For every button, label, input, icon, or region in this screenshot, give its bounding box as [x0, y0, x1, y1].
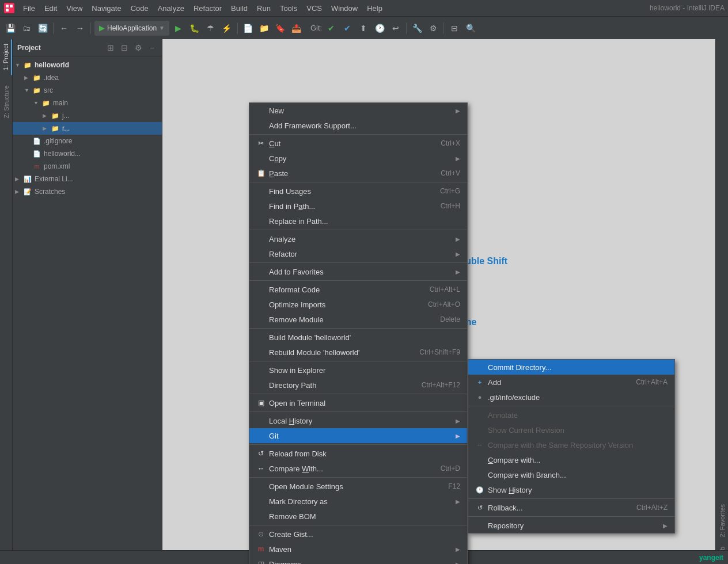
tree-label-main: main — [53, 99, 160, 107]
menu-help[interactable]: Help — [362, 3, 387, 14]
ctx-rebuild-module[interactable]: Rebuild Module 'helloworld' Ctrl+Shift+F… — [249, 345, 467, 360]
ctx-reload-disk[interactable]: ↺Reload from Disk — [249, 446, 467, 461]
ctx-analyze[interactable]: Analyze ▶ — [249, 231, 467, 246]
menu-edit[interactable]: Edit — [40, 3, 62, 14]
toolbar-splitview-btn[interactable]: ⊟ — [448, 21, 461, 35]
submenu-rollback[interactable]: ↺Rollback... Ctrl+Alt+Z — [468, 500, 674, 515]
menu-bar: File Edit View Navigate Code Analyze Ref… — [0, 0, 728, 16]
toolbar-coverage-btn[interactable]: ☂ — [204, 21, 218, 35]
ctx-paste[interactable]: 📋Paste Ctrl+V — [249, 166, 467, 181]
tree-item-java[interactable]: ▶ 📁 j... — [13, 109, 162, 122]
git-rollback-btn[interactable]: ↩ — [389, 21, 403, 35]
menu-view[interactable]: View — [62, 3, 87, 14]
tree-item-helloworld[interactable]: ▼ 📁 helloworld — [13, 59, 162, 71]
ctx-remove-bom[interactable]: Remove BOM — [249, 509, 467, 524]
ctx-git[interactable]: Git ▶ — [249, 428, 467, 443]
tree-item-main[interactable]: ▼ 📁 main — [13, 97, 162, 109]
tree-item-iml[interactable]: ▶ 📄 helloworld... — [13, 147, 162, 160]
ctx-copy[interactable]: Copy ▶ — [249, 151, 467, 166]
ctx-reload-disk-icon: ↺ — [256, 449, 266, 458]
toolbar-save-btn[interactable]: 💾 — [3, 21, 17, 35]
toolbar-search-btn[interactable]: 🔍 — [464, 21, 477, 35]
menu-file[interactable]: File — [18, 3, 40, 14]
ctx-open-terminal[interactable]: ▣Open in Terminal — [249, 395, 467, 410]
submenu-compare-with[interactable]: Compare with... — [468, 452, 674, 467]
side-tab-favorites[interactable]: 2: Favorites — [717, 500, 727, 542]
toolbar-back-btn[interactable]: ← — [57, 21, 71, 35]
submenu-show-history[interactable]: 🕐Show History — [468, 482, 674, 497]
toolbar-profile-btn[interactable]: ⚡ — [220, 21, 234, 35]
git-checkmark-blue-btn[interactable]: ✔ — [340, 21, 354, 35]
menu-navigate[interactable]: Navigate — [87, 3, 126, 14]
ctx-module-settings[interactable]: Open Module Settings F12 — [249, 479, 467, 494]
toolbar-settings-btn[interactable]: 🔧 — [410, 21, 424, 35]
submenu-add[interactable]: +Add Ctrl+Alt+A — [468, 375, 674, 390]
submenu-compare-branch[interactable]: Compare with Branch... — [468, 467, 674, 482]
toolbar-vcs3-btn[interactable]: 🔖 — [274, 21, 287, 35]
menu-analyze[interactable]: Analyze — [153, 3, 189, 14]
tree-item-scratches[interactable]: ▶ 📝 Scratches — [13, 185, 162, 198]
ctx-dir-path[interactable]: Directory Path Ctrl+Alt+F12 — [249, 378, 467, 392]
git-checkmark-green-btn[interactable]: ✔ — [324, 21, 338, 35]
project-gear-btn[interactable]: ⊟ — [119, 43, 130, 53]
toolbar-vcs4-btn[interactable]: 📤 — [290, 21, 304, 35]
ctx-create-gist[interactable]: ⊙Create Gist... — [249, 527, 467, 542]
git-update-btn[interactable]: ⬆ — [357, 21, 370, 35]
toolbar-vcs2-btn[interactable]: 📁 — [257, 21, 271, 35]
menu-vcs[interactable]: VCS — [302, 3, 327, 14]
project-settings-btn[interactable]: ⚙ — [133, 43, 143, 53]
project-layout-btn[interactable]: ⊞ — [105, 43, 116, 53]
ctx-find-path[interactable]: Find in Path... Ctrl+H — [249, 199, 467, 214]
toolbar-vcs1-btn[interactable]: 📄 — [241, 21, 255, 35]
ctx-add-framework[interactable]: Add Framework Support... — [249, 118, 467, 133]
ctx-add-favorites[interactable]: Add to Favorites ▶ — [249, 264, 467, 279]
submenu-show-current-icon — [475, 425, 484, 435]
tree-item-src[interactable]: ▼ 📁 src — [13, 84, 162, 97]
window-title: helloworld - IntelliJ IDEA — [650, 4, 725, 12]
tree-item-external[interactable]: ▶ 📊 External Li... — [13, 173, 162, 185]
menu-code[interactable]: Code — [126, 3, 153, 14]
ctx-find-usages[interactable]: Find Usages Ctrl+G — [249, 184, 467, 199]
side-tab-project[interactable]: 1: Project — [1, 39, 12, 75]
ctx-local-history[interactable]: Local History ▶ — [249, 413, 467, 428]
toolbar-forward-btn[interactable]: → — [73, 21, 87, 35]
submenu-repository[interactable]: Repository ▶ — [468, 518, 674, 533]
submenu-commit-dir[interactable]: Commit Directory... — [468, 360, 674, 375]
tree-item-pom[interactable]: ▶ m pom.xml — [13, 160, 162, 173]
side-tab-structure[interactable]: Z: Structure — [1, 81, 12, 123]
ctx-optimize[interactable]: Optimize Imports Ctrl+Alt+O — [249, 297, 467, 312]
toolbar-debug-btn[interactable]: 🐛 — [188, 21, 202, 35]
ctx-remove-module[interactable]: Remove Module Delete — [249, 312, 467, 327]
menu-refactor[interactable]: Refactor — [189, 3, 226, 14]
menu-tools[interactable]: Tools — [275, 3, 302, 14]
project-minimize-btn[interactable]: − — [147, 43, 157, 53]
ctx-diagrams[interactable]: ◫Diagrams ▶ — [249, 557, 467, 564]
toolbar-sync-btn[interactable]: 🔄 — [36, 21, 50, 35]
menu-build[interactable]: Build — [226, 3, 252, 14]
ctx-mark-dir[interactable]: Mark Directory as ▶ — [249, 494, 467, 509]
tree-item-gitignore[interactable]: ▶ 📄 .gitignore — [13, 135, 162, 147]
ctx-compare-with[interactable]: ↔Compare With... Ctrl+D — [249, 461, 467, 476]
ctx-reload-disk-label: Reload from Disk — [269, 449, 327, 458]
ctx-refactor[interactable]: Refactor ▶ — [249, 246, 467, 261]
ctx-show-explorer[interactable]: Show in Explorer — [249, 363, 467, 378]
ctx-cut[interactable]: ✂Cut Ctrl+X — [249, 136, 467, 151]
git-history-btn[interactable]: 🕐 — [373, 21, 386, 35]
toolbar-run-btn[interactable]: ▶ — [172, 21, 185, 35]
submenu-gitinfo[interactable]: ●.git/info/exclude — [468, 390, 674, 405]
toolbar-save-all-btn[interactable]: 🗂 — [20, 21, 33, 35]
ctx-new[interactable]: New ▶ — [249, 103, 467, 118]
tree-item-resources[interactable]: ▶ 📁 r... — [13, 122, 162, 135]
ctx-reformat[interactable]: Reformat Code Ctrl+Alt+L — [249, 282, 467, 297]
ctx-replace-path[interactable]: Replace in Path... — [249, 214, 467, 228]
ctx-mark-dir-icon — [256, 497, 266, 506]
toolbar-vcs-settings-btn[interactable]: ⚙ — [426, 21, 440, 35]
menu-run[interactable]: Run — [252, 3, 275, 14]
ctx-maven[interactable]: mMaven ▶ — [249, 542, 467, 557]
run-configuration[interactable]: ▶ HelloApplication ▼ — [94, 21, 169, 36]
ctx-sep-3 — [249, 230, 467, 230]
ctx-build-module[interactable]: Build Module 'helloworld' — [249, 330, 467, 345]
menu-window[interactable]: Window — [327, 3, 362, 14]
tree-label-scratches: Scratches — [35, 188, 160, 196]
tree-item-idea[interactable]: ▶ 📁 .idea — [13, 71, 162, 84]
